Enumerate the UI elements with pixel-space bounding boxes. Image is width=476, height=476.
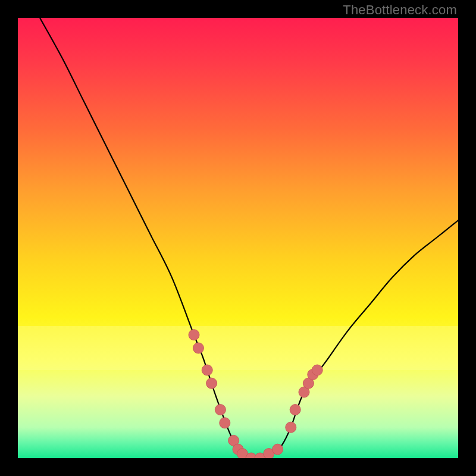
plot-area (18, 18, 458, 458)
curve-layer (18, 18, 458, 458)
curve-marker (202, 365, 212, 375)
curve-marker (189, 330, 199, 340)
curve-marker (273, 444, 283, 455)
curve-marker (215, 405, 226, 415)
bottleneck-curve (40, 18, 458, 458)
watermark-text: TheBottleneck.com (343, 2, 457, 18)
curve-marker (206, 378, 217, 389)
curve-marker (220, 418, 230, 428)
curve-marker (193, 343, 203, 353)
curve-marker (312, 365, 322, 375)
chart-frame: TheBottleneck.com (0, 0, 476, 476)
curve-marker (290, 405, 300, 415)
curve-marker (286, 422, 296, 433)
curve-markers (189, 330, 322, 458)
